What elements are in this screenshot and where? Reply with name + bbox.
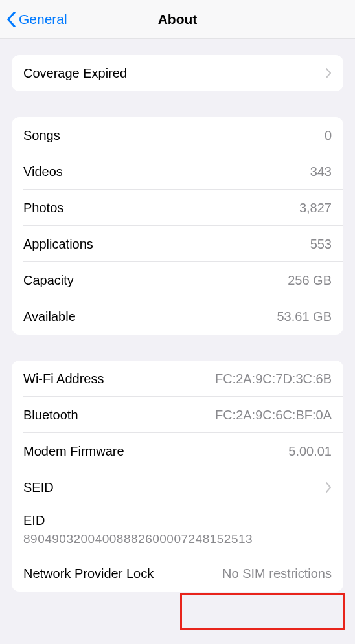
- content-area: Coverage Expired Songs 0 Videos 343 Phot…: [0, 39, 355, 592]
- row-label: Modem Firmware: [23, 444, 124, 459]
- row-value: 343: [310, 164, 332, 179]
- row-value: 553: [310, 237, 332, 252]
- row-value: No SIM restrictions: [222, 566, 332, 581]
- nav-bar: General About: [0, 0, 355, 39]
- row-modem-firmware: Modem Firmware 5.00.01: [12, 433, 343, 469]
- row-available: Available 53.61 GB: [12, 298, 343, 335]
- row-label: Bluetooth: [23, 408, 78, 423]
- row-applications: Applications 553: [12, 226, 343, 262]
- row-value: 0: [325, 128, 332, 143]
- row-value: 53.61 GB: [277, 309, 332, 324]
- row-seid[interactable]: SEID: [12, 469, 343, 505]
- row-label: Network Provider Lock: [23, 566, 154, 581]
- row-value: 256 GB: [288, 273, 332, 288]
- row-value: 3,827: [299, 201, 332, 216]
- page-title: About: [158, 12, 198, 27]
- row-bluetooth: Bluetooth FC:2A:9C:6C:BF:0A: [12, 397, 343, 433]
- row-label: Songs: [23, 128, 60, 143]
- chevron-right-icon: [325, 482, 332, 493]
- row-label: EID: [23, 513, 332, 528]
- row-songs: Songs 0: [12, 117, 343, 153]
- row-eid: EID 89049032004008882600007248152513: [12, 505, 343, 555]
- row-label: Coverage Expired: [23, 66, 127, 81]
- annotation-highlight-box: [180, 593, 345, 630]
- section-coverage: Coverage Expired: [12, 55, 343, 91]
- row-network-provider-lock: Network Provider Lock No SIM restriction…: [12, 555, 343, 592]
- back-button[interactable]: General: [6, 12, 67, 27]
- row-label: Wi-Fi Address: [23, 372, 104, 386]
- row-label: Videos: [23, 164, 63, 179]
- section-storage: Songs 0 Videos 343 Photos 3,827 Applicat…: [12, 117, 343, 335]
- row-capacity: Capacity 256 GB: [12, 262, 343, 298]
- section-identifiers: Wi-Fi Address FC:2A:9C:7D:3C:6B Bluetoot…: [12, 361, 343, 592]
- row-value: 5.00.01: [288, 444, 332, 459]
- row-value: 89049032004008882600007248152513: [23, 532, 332, 546]
- row-value: FC:2A:9C:7D:3C:6B: [215, 372, 332, 386]
- row-label: Photos: [23, 201, 63, 216]
- row-label: Available: [23, 309, 76, 324]
- row-photos: Photos 3,827: [12, 190, 343, 226]
- row-label: Applications: [23, 237, 93, 252]
- chevron-right-icon: [325, 68, 332, 78]
- row-coverage-expired[interactable]: Coverage Expired: [12, 55, 343, 91]
- back-label: General: [19, 12, 67, 27]
- row-label: Capacity: [23, 273, 74, 288]
- row-label: SEID: [23, 480, 54, 495]
- row-wifi-address: Wi-Fi Address FC:2A:9C:7D:3C:6B: [12, 361, 343, 397]
- row-value: FC:2A:9C:6C:BF:0A: [215, 408, 332, 423]
- row-videos: Videos 343: [12, 153, 343, 190]
- chevron-left-icon: [6, 12, 16, 27]
